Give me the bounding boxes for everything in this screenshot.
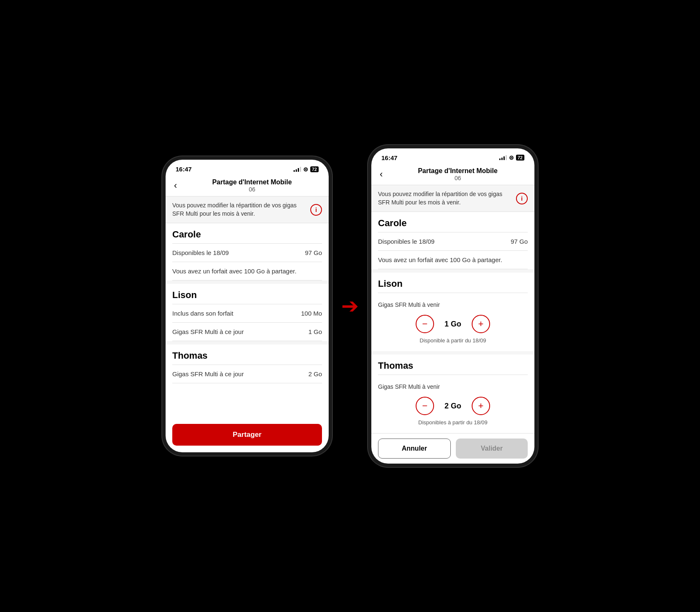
thomas-row1-left: Gigas SFR Multi à ce jour 2 Go	[172, 365, 322, 383]
lison-section-right: Lison Gigas SFR Multi à venir − 1 Go + D…	[371, 273, 534, 351]
lison-row1-left: Inclus dans son forfait 100 Mo	[172, 304, 322, 323]
carole-name-right: Carole	[378, 212, 528, 232]
carole-info-row-right: Vous avez un forfait avec 100 Go à parta…	[378, 251, 528, 269]
signal-bar-r4	[506, 155, 507, 160]
thomas-stepper-value: 2 Go	[442, 402, 463, 411]
info-banner-right: Vous pouvez modifier la répartition de v…	[371, 185, 534, 212]
lison-stepper-label: Gigas SFR Multi à venir	[378, 297, 528, 313]
nav-title-sub-right: 06	[388, 175, 528, 181]
info-banner-text-left: Vous pouvez modifier la répartition de v…	[172, 201, 306, 218]
wifi-icon-right: ⊜	[509, 154, 514, 161]
lison-stepper-value: 1 Go	[442, 320, 463, 329]
lison-stepper-section: Gigas SFR Multi à venir − 1 Go + Disponi…	[378, 293, 528, 351]
status-bar-left: 16:47 ⊜ 72	[166, 160, 329, 175]
lison-name-right: Lison	[378, 273, 528, 293]
lison-row2-label-left: Gigas SFR Multi à ce jour	[172, 328, 244, 335]
info-banner-left: Vous pouvez modifier la répartition de v…	[166, 196, 329, 223]
bottom-buttons-right: Annuler Valider	[371, 433, 534, 464]
thomas-stepper-note: Disponibles à partir du 18/09	[378, 417, 528, 427]
thomas-minus-button[interactable]: −	[416, 397, 434, 415]
info-banner-text-right: Vous pouvez modifier la répartition de v…	[378, 190, 512, 207]
separator-1-left	[166, 280, 329, 284]
thomas-name-left: Thomas	[172, 344, 322, 365]
status-bar-right: 16:47 ⊜ 72	[371, 148, 534, 164]
carole-section-right: Carole Disponibles le 18/09 97 Go Vous a…	[371, 212, 534, 269]
separator-1-right	[371, 269, 534, 273]
signal-icon	[294, 167, 301, 172]
lison-row2-left: Gigas SFR Multi à ce jour 1 Go	[172, 323, 322, 341]
nav-bar-right: ‹ Partage d'Internet Mobile 06	[371, 164, 534, 185]
signal-bar-3	[298, 168, 299, 172]
wifi-icon: ⊜	[303, 166, 308, 173]
time-right: 16:47	[381, 154, 397, 161]
lison-section-left: Lison Inclus dans son forfait 100 Mo Gig…	[166, 284, 329, 341]
info-icon-left[interactable]: i	[310, 204, 322, 216]
thomas-section-right: Thomas Gigas SFR Multi à venir − 2 Go + …	[371, 354, 534, 433]
thomas-row1-value-left: 2 Go	[308, 370, 322, 377]
thomas-stepper-label: Gigas SFR Multi à venir	[378, 379, 528, 395]
lison-stepper-row: − 1 Go +	[378, 313, 528, 335]
signal-bar-4	[300, 167, 301, 172]
carole-row1-value-left: 97 Go	[305, 249, 322, 256]
screens-container: 16:47 ⊜ 72 ‹ Partage d'Internet Mobile 0…	[157, 140, 543, 472]
info-icon-right[interactable]: i	[516, 193, 528, 204]
lison-row1-label-left: Inclus dans son forfait	[172, 310, 233, 317]
carole-row1-label-right: Disponibles le 18/09	[378, 238, 434, 245]
nav-bar-left: ‹ Partage d'Internet Mobile 06	[166, 175, 329, 196]
lison-name-left: Lison	[172, 284, 322, 304]
carole-section-left: Carole Disponibles le 18/09 97 Go Vous a…	[166, 223, 329, 280]
signal-bar-r3	[503, 156, 505, 160]
thomas-row1-label-left: Gigas SFR Multi à ce jour	[172, 370, 244, 377]
lison-minus-button[interactable]: −	[416, 315, 434, 333]
thomas-name-right: Thomas	[378, 354, 528, 375]
thomas-stepper-section: Gigas SFR Multi à venir − 2 Go + Disponi…	[378, 375, 528, 433]
arrow-right-icon: ➔	[341, 294, 359, 318]
signal-bar-r2	[501, 158, 503, 160]
carole-row1-label-left: Disponibles le 18/09	[172, 249, 229, 256]
nav-title-left: Partage d'Internet Mobile 06	[182, 178, 322, 193]
nav-title-main-left: Partage d'Internet Mobile	[182, 178, 322, 186]
separator-2-right	[371, 351, 534, 354]
signal-bar-1	[294, 170, 295, 172]
arrow-container: ➔	[337, 294, 363, 318]
thomas-stepper-row: − 2 Go +	[378, 395, 528, 417]
back-button-left[interactable]: ‹	[172, 178, 179, 193]
back-button-right[interactable]: ‹	[378, 167, 384, 181]
nav-title-main-right: Partage d'Internet Mobile	[388, 167, 528, 175]
valider-button[interactable]: Valider	[456, 439, 528, 459]
separator-2-left	[166, 341, 329, 344]
carole-name-left: Carole	[172, 223, 322, 243]
battery-icon-right: 72	[516, 155, 524, 161]
signal-icon-right	[499, 155, 507, 160]
right-screen: 16:47 ⊜ 72 ‹ Partage d'Internet Mobile 0…	[371, 148, 534, 464]
thomas-section-left: Thomas Gigas SFR Multi à ce jour 2 Go	[166, 344, 329, 383]
signal-bar-r1	[499, 158, 501, 160]
lison-stepper-note: Disponible à partir du 18/09	[378, 335, 528, 345]
carole-info-row-left: Vous avez un forfait avec 100 Go à parta…	[172, 262, 322, 280]
carole-row1-left: Disponibles le 18/09 97 Go	[172, 244, 322, 262]
time-left: 16:47	[176, 166, 192, 173]
status-icons-right: ⊜ 72	[499, 154, 524, 161]
lison-row2-value-left: 1 Go	[308, 328, 322, 335]
thomas-plus-button[interactable]: +	[472, 397, 490, 415]
carole-row1-value-right: 97 Go	[511, 238, 528, 245]
annuler-button[interactable]: Annuler	[378, 439, 451, 459]
signal-bar-2	[296, 169, 297, 172]
carole-row1-right: Disponibles le 18/09 97 Go	[378, 232, 528, 251]
battery-icon: 72	[310, 166, 319, 172]
lison-row1-value-left: 100 Mo	[301, 310, 322, 317]
left-screen: 16:47 ⊜ 72 ‹ Partage d'Internet Mobile 0…	[166, 160, 329, 452]
status-icons-left: ⊜ 72	[294, 166, 319, 173]
partager-button[interactable]: Partager	[172, 424, 322, 446]
lison-plus-button[interactable]: +	[472, 315, 490, 333]
nav-title-sub-left: 06	[182, 186, 322, 193]
nav-title-right: Partage d'Internet Mobile 06	[388, 167, 528, 181]
